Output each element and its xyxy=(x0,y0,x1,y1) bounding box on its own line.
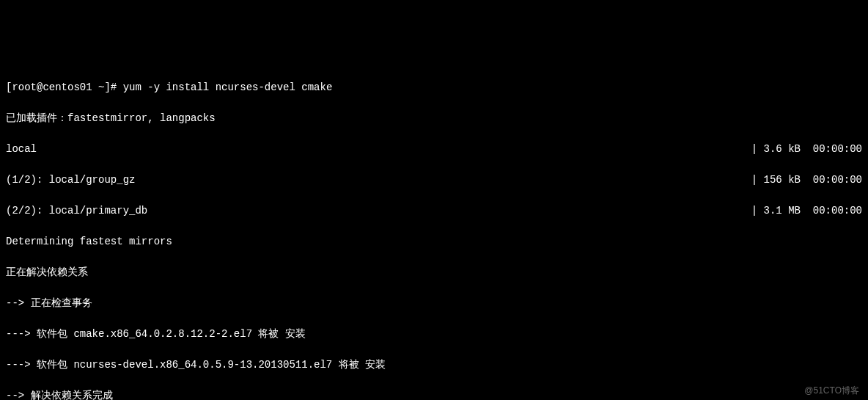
deps-pkg2: ---> 软件包 ncurses-devel.x86_64.0.5.9-13.2… xyxy=(6,357,862,373)
repo-line-1: (1/2): local/group_gz| 156 kB 00:00:00 xyxy=(6,172,862,188)
shell-prompt: [root@centos01 ~]# xyxy=(6,81,123,93)
repo-stats: | 3.1 MB 00:00:00 xyxy=(751,203,862,219)
terminal[interactable]: [root@centos01 ~]# yum -y install ncurse… xyxy=(6,65,862,400)
command-text: yum -y install ncurses-devel cmake xyxy=(123,81,333,93)
deps-checking: --> 正在检查事务 xyxy=(6,296,862,311)
repo-name: local xyxy=(6,142,37,157)
deps-resolving: 正在解决依赖关系 xyxy=(6,265,862,280)
repo-stats: | 3.6 kB 00:00:00 xyxy=(751,142,862,157)
prompt-line: [root@centos01 ~]# yum -y install ncurse… xyxy=(6,80,862,95)
repo-name: (2/2): local/primary_db xyxy=(6,203,147,219)
repo-line-0: local| 3.6 kB 00:00:00 xyxy=(6,142,862,157)
deps-done: --> 解决依赖关系完成 xyxy=(6,388,862,400)
mirrors-line: Determining fastest mirrors xyxy=(6,234,862,250)
repo-stats: | 156 kB 00:00:00 xyxy=(751,172,862,188)
watermark: @51CTO博客 xyxy=(804,384,859,397)
plugins-line: 已加载插件：fastestmirror, langpacks xyxy=(6,111,862,126)
deps-pkg1: ---> 软件包 cmake.x86_64.0.2.8.12.2-2.el7 将… xyxy=(6,327,862,342)
repo-name: (1/2): local/group_gz xyxy=(6,172,135,188)
repo-line-2: (2/2): local/primary_db| 3.1 MB 00:00:00 xyxy=(6,203,862,219)
